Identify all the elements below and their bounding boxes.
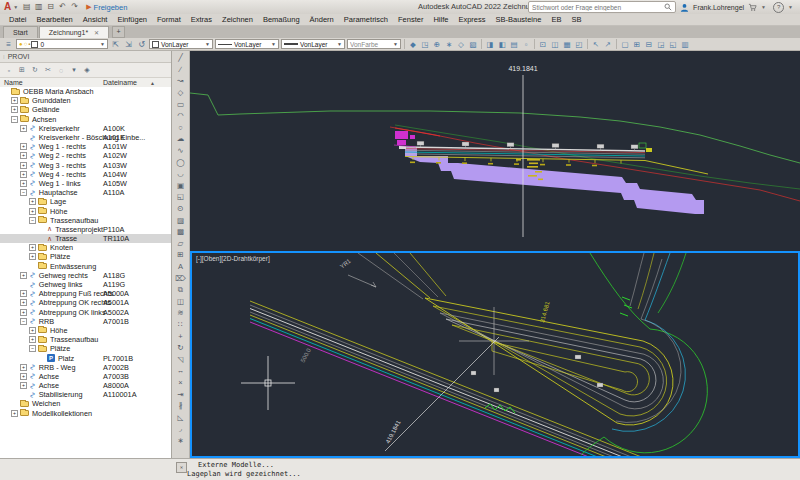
rectangle-icon[interactable]: ▭ (174, 98, 188, 110)
tree-item[interactable]: +Grunddaten (0, 96, 171, 105)
layer-previous-icon[interactable]: ↺ (135, 39, 148, 50)
menu-item-einfugen[interactable]: Einfügen (112, 15, 152, 24)
expand-toggle-icon[interactable]: + (29, 198, 36, 205)
tree-item[interactable]: +∿Weg 3 - rechtsA103W (0, 161, 171, 170)
undo-icon[interactable]: ↶ (57, 1, 68, 13)
menu-item-bemassung[interactable]: Bemaßung (258, 15, 305, 24)
explode-icon[interactable]: ∗ (174, 435, 188, 447)
user-avatar-icon[interactable] (680, 3, 689, 12)
viewport-profile[interactable]: 419.1841 (190, 51, 800, 251)
search-input[interactable] (529, 4, 664, 11)
toolbar-button[interactable]: ⊡ (537, 39, 549, 50)
toolbar-button[interactable]: ▥ (679, 39, 691, 50)
expand-toggle-icon[interactable]: + (20, 125, 27, 132)
column-name[interactable]: Name (4, 79, 23, 86)
menu-item-sb[interactable]: SB (566, 15, 586, 24)
menu-item-extras[interactable]: Extras (186, 15, 217, 24)
toolbar-button[interactable]: ↖ (590, 39, 602, 50)
command-close-icon[interactable]: ✕ (176, 462, 187, 473)
stretch-icon[interactable]: ↔ (174, 365, 188, 377)
break-icon[interactable]: ∦ (174, 400, 188, 412)
menu-item-hilfe[interactable]: Hilfe (428, 15, 453, 24)
tree-item[interactable]: −∿StabilisierungA110001A (0, 390, 171, 399)
expand-toggle-icon[interactable]: − (20, 318, 27, 325)
save-as-icon[interactable]: ▥ (33, 1, 44, 13)
toolbar-button[interactable]: ◱ (667, 39, 679, 50)
tree-item[interactable]: +∿Weg 4 - rechtsA104W (0, 170, 171, 179)
palette-header[interactable]: ⁞ PROVI (0, 51, 171, 63)
tree-item[interactable]: +Knoten (0, 243, 171, 252)
expand-toggle-icon[interactable]: + (20, 180, 27, 187)
expand-toggle-icon[interactable]: + (29, 208, 36, 215)
tree-item[interactable]: −∿Gehweg linksA119G (0, 280, 171, 289)
tab-start[interactable]: Start (3, 26, 38, 38)
help-caret-icon[interactable]: ▼ (788, 4, 793, 10)
revision-cloud-icon[interactable]: ☁ (174, 133, 188, 145)
array-icon[interactable]: ∷ (174, 319, 188, 331)
mirror-icon[interactable]: ◫ (174, 295, 188, 307)
polyline-icon[interactable]: ↝ (174, 75, 188, 87)
sort-ascending-icon[interactable]: ▲ (150, 80, 155, 86)
help-icon[interactable]: ? (773, 2, 784, 13)
tree-item[interactable]: +∿Weg 1 - linksA105W (0, 179, 171, 188)
toolbar-button[interactable]: ▤ (508, 39, 520, 50)
column-file[interactable]: Dateiname (103, 79, 137, 86)
tree-item[interactable]: +Gelände (0, 105, 171, 114)
expand-toggle-icon[interactable]: + (29, 327, 36, 334)
plotstyle-select[interactable]: VonFarbe ▼ (347, 39, 401, 49)
tree-item[interactable]: +Lage (0, 197, 171, 206)
toolbar-button[interactable]: ▦ (561, 39, 573, 50)
multiline-text-icon[interactable]: A (174, 261, 188, 273)
hatch-icon[interactable]: ▨ (174, 214, 188, 226)
new-entry-icon[interactable]: ▫ (3, 65, 15, 76)
tree-item[interactable]: −OEBB Maria Ansbach (0, 87, 171, 96)
spline-icon[interactable]: ∿ (174, 145, 188, 157)
scale-icon[interactable]: ◹ (174, 353, 188, 365)
tree-item[interactable]: +∿AchseA7003B (0, 372, 171, 381)
command-line-area[interactable]: ✕ Externe Modelle... Lageplan wird gezei… (0, 458, 800, 480)
new-tab-button[interactable]: + (112, 26, 125, 38)
search-icon[interactable]: ◌ (55, 65, 67, 76)
tab-close-icon[interactable]: ✕ (94, 29, 99, 36)
tree-item[interactable]: −∿RRBA7001B (0, 317, 171, 326)
copy-icon[interactable]: ⧉ (174, 284, 188, 296)
toolbar-button[interactable]: ▢ (619, 39, 631, 50)
expand-toggle-icon[interactable]: + (11, 410, 18, 417)
trim-icon[interactable]: × (174, 377, 188, 389)
circle-icon[interactable]: ○ (174, 122, 188, 134)
arc-icon[interactable]: ◠ (174, 110, 188, 122)
create-block-icon[interactable]: ◱ (174, 191, 188, 203)
expand-toggle-icon[interactable]: + (20, 299, 27, 306)
expand-toggle-icon[interactable]: + (20, 143, 27, 150)
menu-item-eb[interactable]: EB (546, 15, 566, 24)
menu-item-sb-bausteine[interactable]: SB-Bausteine (491, 15, 547, 24)
filter-icon[interactable]: ▾ (68, 65, 80, 76)
table-icon[interactable]: ⊞ (174, 249, 188, 261)
point-icon[interactable]: ⊙ (174, 203, 188, 215)
tree-item[interactable]: −Entwässerung (0, 262, 171, 271)
cart-icon[interactable] (748, 3, 757, 12)
menu-item-andern[interactable]: Ändern (305, 15, 339, 24)
refresh-icon[interactable]: ↻ (29, 65, 41, 76)
toolbar-button[interactable]: ▧ (467, 39, 479, 50)
rotate-icon[interactable]: ↻ (174, 342, 188, 354)
expand-toggle-icon[interactable]: + (11, 106, 18, 113)
cut-icon[interactable]: ✂ (42, 65, 54, 76)
insert-block-icon[interactable]: ▣ (174, 180, 188, 192)
region-icon[interactable]: ▱ (174, 238, 188, 250)
construction-line-icon[interactable]: ∕ (174, 64, 188, 76)
toolbar-button[interactable]: ◫ (549, 39, 561, 50)
toolbar-button[interactable]: ◆ (407, 39, 419, 50)
offset-icon[interactable]: ≋ (174, 307, 188, 319)
tree-item[interactable]: +Höhe (0, 206, 171, 215)
app-menu-button[interactable]: A (0, 1, 13, 13)
match-layer-icon[interactable]: ⇲ (122, 39, 135, 50)
gradient-icon[interactable]: ▩ (174, 226, 188, 238)
chamfer-icon[interactable]: ◺ (174, 411, 188, 423)
color-select[interactable]: VonLayer ▼ (149, 39, 213, 49)
tree-item[interactable]: +∿Weg 1 - rechtsA101W (0, 142, 171, 151)
layer-properties-icon[interactable]: ≡ (2, 39, 15, 50)
tree-item[interactable]: +∿Weg 2 - rechtsA102W (0, 151, 171, 160)
tree-item[interactable]: +Modellkollektionen (0, 409, 171, 418)
menu-item-express[interactable]: Express (453, 15, 490, 24)
